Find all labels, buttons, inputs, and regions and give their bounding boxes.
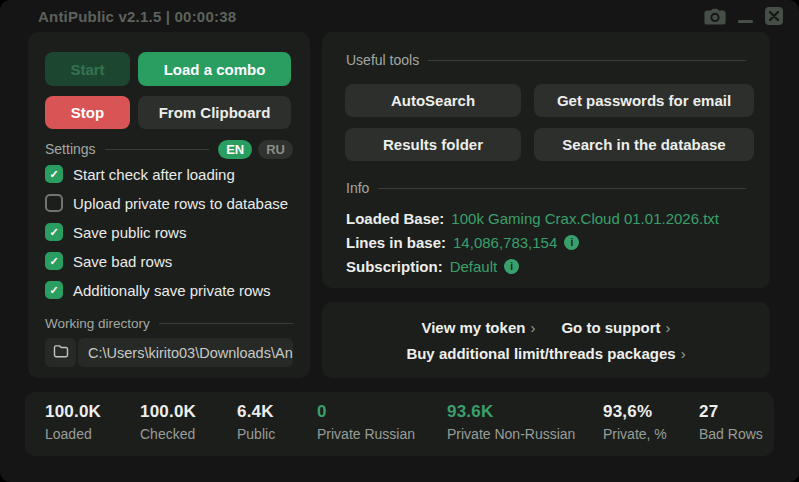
lines-in-base-label: Lines in base:	[346, 234, 446, 251]
app-window: AntiPublic v2.1.5 | 00:00:38 Start Load …	[0, 0, 799, 482]
settings-checkbox-list: ✓ Start check after loading Upload priva…	[45, 165, 288, 299]
checkbox-label: Start check after loading	[73, 166, 235, 183]
stat-value: 93.6K	[447, 402, 575, 422]
checkbox[interactable]: ✓	[45, 252, 63, 270]
start-button[interactable]: Start	[45, 52, 130, 86]
links-row-2: Buy additional limit/threads packages›	[406, 345, 685, 362]
language-toggle-ru[interactable]: RU	[258, 140, 293, 159]
from-clipboard-button[interactable]: From Clipboard	[138, 96, 291, 129]
folder-icon	[53, 344, 69, 361]
checkbox-label: Save public rows	[73, 224, 186, 241]
subscription-row: Subscription: Default i	[346, 258, 719, 275]
chevron-right-icon: ›	[666, 319, 671, 336]
stat-label: Private Russian	[317, 426, 415, 442]
stat-private-percent: 93,6% Private, %	[603, 402, 667, 442]
divider	[159, 323, 293, 324]
window-title: AntiPublic v2.1.5 | 00:00:38	[38, 8, 236, 25]
loaded-base-label: Loaded Base:	[346, 210, 444, 227]
info-header: Info	[346, 180, 746, 196]
stat-label: Bad Rows	[699, 426, 763, 442]
working-directory-input[interactable]: C:\Users\kirito03\Downloads\An...	[78, 338, 293, 367]
autosearch-button[interactable]: AutoSearch	[345, 84, 521, 117]
info-label: Info	[346, 180, 369, 196]
checkbox-row-save-private[interactable]: ✓ Additionally save private rows	[45, 281, 288, 299]
useful-tools-label: Useful tools	[346, 52, 419, 68]
info-tooltip-icon[interactable]: i	[564, 235, 579, 250]
stat-value: 100.0K	[140, 402, 196, 422]
checkbox-row-save-public[interactable]: ✓ Save public rows	[45, 223, 288, 241]
stat-label: Checked	[140, 426, 196, 442]
view-token-link[interactable]: View my token›	[421, 319, 535, 336]
lines-in-base-row: Lines in base: 14,086,783,154 i	[346, 234, 719, 251]
load-combo-button[interactable]: Load a combo	[138, 52, 291, 86]
stat-value: 93,6%	[603, 402, 667, 422]
info-tooltip-icon[interactable]: i	[504, 259, 519, 274]
stat-bad-rows: 27 Bad Rows	[699, 402, 763, 442]
minimize-icon[interactable]	[738, 20, 753, 25]
settings-label: Settings	[45, 141, 96, 157]
lines-in-base-value: 14,086,783,154	[453, 234, 557, 251]
tools-info-panel: Useful tools AutoSearch Get passwords fo…	[322, 32, 770, 288]
browse-folder-button[interactable]	[45, 338, 76, 367]
info-rows: Loaded Base: 100k Gaming Crax.Cloud 01.0…	[346, 210, 719, 275]
checkbox-label: Additionally save private rows	[73, 282, 271, 299]
results-folder-button[interactable]: Results folder	[345, 128, 521, 161]
checkbox[interactable]	[45, 194, 63, 212]
loaded-base-row: Loaded Base: 100k Gaming Crax.Cloud 01.0…	[346, 210, 719, 227]
settings-header: Settings EN RU	[45, 138, 293, 160]
language-toggle-en[interactable]: EN	[218, 140, 252, 159]
stat-value: 0	[317, 402, 415, 422]
chevron-right-icon: ›	[530, 319, 535, 336]
checkbox[interactable]: ✓	[45, 223, 63, 241]
stat-label: Private Non-Russian	[447, 426, 575, 442]
stat-value: 27	[699, 402, 763, 422]
stat-private-non-russian: 93.6K Private Non-Russian	[447, 402, 575, 442]
stat-private-russian: 0 Private Russian	[317, 402, 415, 442]
checkbox-row-start-check[interactable]: ✓ Start check after loading	[45, 165, 288, 183]
links-row-1: View my token› Go to support›	[421, 319, 670, 336]
checkbox-label: Upload private rows to database	[73, 195, 288, 212]
subscription-value: Default	[450, 258, 498, 275]
working-directory-label: Working directory	[45, 316, 150, 331]
buy-packages-link[interactable]: Buy additional limit/threads packages›	[406, 345, 685, 362]
checkbox-row-upload-private[interactable]: Upload private rows to database	[45, 194, 288, 212]
chevron-right-icon: ›	[681, 345, 686, 362]
search-database-button[interactable]: Search in the database	[534, 128, 754, 161]
stat-label: Public	[237, 426, 275, 442]
screenshot-camera-icon[interactable]	[704, 8, 726, 25]
stats-bar: 100.0K Loaded 100.0K Checked 6.4K Public…	[25, 392, 774, 456]
stat-label: Private, %	[603, 426, 667, 442]
get-passwords-button[interactable]: Get passwords for email	[534, 84, 754, 117]
control-panel: Start Load a combo Stop From Clipboard S…	[28, 32, 310, 378]
working-directory-header: Working directory	[45, 315, 293, 331]
support-link[interactable]: Go to support›	[561, 319, 670, 336]
divider	[105, 149, 210, 150]
checkbox-label: Save bad rows	[73, 253, 172, 270]
close-icon[interactable]	[765, 7, 783, 25]
tools-grid: AutoSearch Get passwords for email Resul…	[345, 84, 754, 161]
useful-tools-header: Useful tools	[346, 52, 746, 68]
stat-value: 100.0K	[45, 402, 101, 422]
checkbox[interactable]: ✓	[45, 281, 63, 299]
window-controls	[704, 7, 783, 25]
stat-public: 6.4K Public	[237, 402, 275, 442]
loaded-base-value: 100k Gaming Crax.Cloud 01.01.2026.txt	[451, 210, 719, 227]
divider	[428, 60, 746, 61]
divider	[378, 188, 746, 189]
working-directory-row: C:\Users\kirito03\Downloads\An...	[45, 338, 293, 367]
stat-label: Loaded	[45, 426, 101, 442]
stat-value: 6.4K	[237, 402, 275, 422]
stop-button[interactable]: Stop	[45, 96, 130, 129]
subscription-label: Subscription:	[346, 258, 443, 275]
checkbox[interactable]: ✓	[45, 165, 63, 183]
links-panel: View my token› Go to support› Buy additi…	[322, 302, 770, 378]
checkbox-row-save-bad[interactable]: ✓ Save bad rows	[45, 252, 288, 270]
titlebar: AntiPublic v2.1.5 | 00:00:38	[0, 0, 799, 30]
stat-checked: 100.0K Checked	[140, 402, 196, 442]
stat-loaded: 100.0K Loaded	[45, 402, 101, 442]
